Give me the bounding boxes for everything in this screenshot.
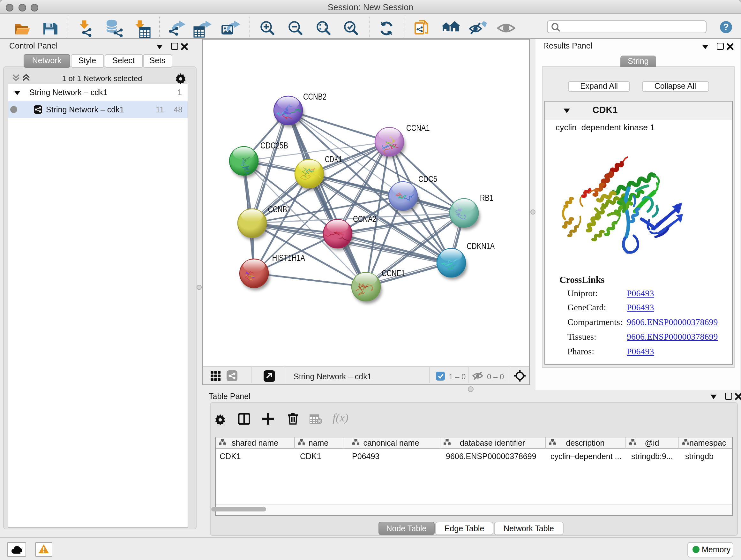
svg-text:CCNE1: CCNE1 [382,268,405,278]
svg-text:HIST1H1A: HIST1H1A [272,253,305,263]
svg-text:CDC6: CDC6 [418,174,437,184]
svg-text:CDKN1A: CDKN1A [467,241,495,251]
svg-text:CDC25B: CDC25B [260,140,288,150]
svg-text:CDK1: CDK1 [325,154,342,164]
svg-text:CCNA2: CCNA2 [353,214,377,224]
svg-text:CCNB1: CCNB1 [268,204,291,214]
svg-text:CCNA1: CCNA1 [406,123,430,133]
svg-text:RB1: RB1 [480,193,493,203]
svg-text:CCNB2: CCNB2 [303,91,327,102]
